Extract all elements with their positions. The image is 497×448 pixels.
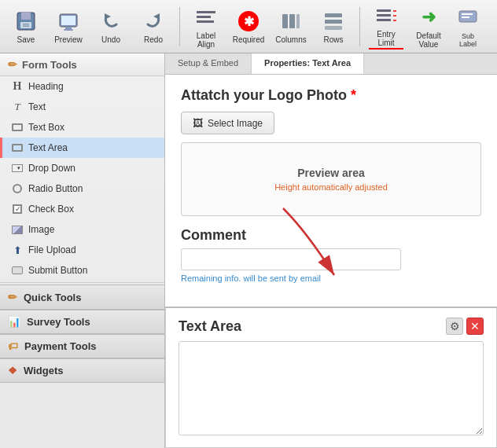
heading-icon: H bbox=[11, 80, 24, 93]
svg-rect-27 bbox=[462, 13, 473, 15]
preview-area-title: Preview area bbox=[197, 167, 465, 179]
columns-button[interactable]: Columns bbox=[271, 6, 311, 46]
label-align-icon bbox=[193, 5, 219, 30]
preview-button[interactable]: Preview bbox=[49, 6, 88, 46]
sidebar-heading-label: Heading bbox=[28, 81, 64, 92]
sidebar-upload-label: File Upload bbox=[28, 244, 76, 255]
comment-input[interactable] bbox=[181, 248, 401, 270]
sidebar-item-text[interactable]: T Text bbox=[0, 97, 164, 117]
svg-rect-14 bbox=[282, 14, 288, 28]
svg-marker-10 bbox=[153, 13, 160, 20]
sublabel-icon bbox=[455, 6, 480, 31]
undo-button[interactable]: Undo bbox=[91, 6, 131, 46]
text-area-input[interactable] bbox=[179, 341, 484, 435]
sidebar-item-drop-down[interactable]: ▾ Drop Down bbox=[0, 158, 164, 178]
dropdown-icon: ▾ bbox=[11, 162, 24, 174]
widgets-section[interactable]: ❖ Widgets bbox=[0, 358, 164, 383]
svg-rect-21 bbox=[377, 14, 391, 17]
sidebar-item-image[interactable]: Image bbox=[0, 219, 164, 240]
required-button[interactable]: ✱ Required bbox=[229, 6, 268, 46]
label-align-button[interactable]: Label Align bbox=[186, 2, 226, 51]
svg-rect-6 bbox=[61, 16, 75, 25]
close-icon: ✕ bbox=[470, 320, 480, 332]
panel-gear-button[interactable]: ⚙ bbox=[446, 318, 463, 335]
sublabel-button[interactable]: Sub Label bbox=[451, 3, 484, 50]
rows-button[interactable]: Rows bbox=[314, 6, 353, 46]
sidebar-submit-label: Submit Button bbox=[28, 265, 87, 276]
sidebar-radio-label: Radio Button bbox=[28, 183, 83, 194]
payment-tools-label: Payment Tools bbox=[24, 340, 97, 352]
save-label: Save bbox=[17, 35, 35, 44]
content-area: Setup & Embed Properties: Text Area Atta… bbox=[165, 53, 497, 448]
redo-button[interactable]: Redo bbox=[134, 6, 173, 46]
sidebar-item-check-box[interactable]: Check Box bbox=[0, 199, 164, 219]
svg-rect-22 bbox=[377, 19, 391, 21]
textbox-icon bbox=[11, 121, 24, 134]
sidebar-divider-1 bbox=[0, 282, 164, 283]
tab-properties-text-area[interactable]: Properties: Text Area bbox=[252, 53, 364, 74]
save-icon bbox=[13, 9, 39, 34]
sidebar-image-label: Image bbox=[28, 224, 54, 235]
select-image-icon: 🖼 bbox=[193, 117, 203, 129]
sidebar-textbox-label: Text Box bbox=[28, 122, 64, 133]
svg-rect-15 bbox=[289, 14, 295, 28]
floating-panel-actions: ⚙ ✕ bbox=[446, 318, 484, 335]
text-icon: T bbox=[11, 101, 24, 113]
svg-rect-4 bbox=[23, 26, 29, 28]
sidebar: ✏ Form Tools H Heading T Text Text Box bbox=[0, 53, 165, 448]
pencil-icon: ✏ bbox=[8, 58, 17, 71]
sidebar-item-heading[interactable]: H Heading bbox=[0, 76, 164, 97]
quick-tools-icon: ✏ bbox=[8, 291, 17, 303]
sidebar-dropdown-label: Drop Down bbox=[28, 163, 75, 174]
logo-field-label: Attatch your Logo Photo * bbox=[181, 87, 481, 104]
payment-tools-section[interactable]: 🏷 Payment Tools bbox=[0, 334, 164, 358]
form-content: Attatch your Logo Photo * 🖼 Select Image… bbox=[165, 75, 497, 448]
sidebar-item-radio-button[interactable]: Radio Button bbox=[0, 178, 164, 199]
form-tools-title: Form Tools bbox=[22, 59, 77, 71]
main-layout: ✏ Form Tools H Heading T Text Text Box bbox=[0, 53, 497, 448]
rows-icon bbox=[321, 9, 346, 34]
widgets-label: Widgets bbox=[24, 365, 63, 376]
sidebar-item-text-box[interactable]: Text Box bbox=[0, 117, 164, 138]
save-button[interactable]: Save bbox=[6, 6, 46, 46]
sidebar-checkbox-label: Check Box bbox=[28, 204, 74, 215]
default-value-icon: ➜ bbox=[416, 5, 441, 30]
svg-rect-2 bbox=[20, 22, 31, 28]
entry-limit-button[interactable]: Entry Limit bbox=[366, 1, 406, 52]
tab-properties-label: Properties: Text Area bbox=[264, 58, 351, 68]
sidebar-text-label: Text bbox=[28, 101, 46, 112]
preview-label: Preview bbox=[54, 35, 83, 44]
checkbox-icon bbox=[11, 203, 24, 215]
preview-icon bbox=[56, 9, 81, 34]
columns-label: Columns bbox=[275, 35, 306, 44]
survey-tools-section[interactable]: 📊 Survey Tools bbox=[0, 310, 164, 334]
default-value-button[interactable]: ➜ Default Value bbox=[409, 2, 448, 51]
logo-label-text: Attatch your Logo Photo bbox=[181, 87, 347, 103]
select-image-label: Select Image bbox=[208, 118, 263, 129]
svg-rect-12 bbox=[197, 16, 211, 18]
sidebar-item-file-upload[interactable]: ⬆ File Upload bbox=[0, 240, 164, 260]
tab-setup-embed[interactable]: Setup & Embed bbox=[165, 53, 252, 74]
sidebar-item-text-area[interactable]: Text Area bbox=[0, 138, 164, 158]
quick-tools-section[interactable]: ✏ Quick Tools bbox=[0, 285, 164, 310]
entry-limit-label: Entry Limit bbox=[369, 30, 403, 50]
floating-panel-title: Text Area bbox=[179, 318, 241, 335]
widgets-icon: ❖ bbox=[8, 365, 17, 376]
columns-icon bbox=[278, 9, 304, 34]
svg-rect-28 bbox=[462, 17, 469, 18]
svg-rect-11 bbox=[197, 11, 215, 13]
toolbar-divider-2 bbox=[359, 7, 360, 46]
preview-area-sub: Height automatically adjusted bbox=[197, 182, 465, 192]
sidebar-item-submit-button[interactable]: Submit Button bbox=[0, 260, 164, 281]
select-image-button[interactable]: 🖼 Select Image bbox=[181, 112, 274, 134]
svg-rect-16 bbox=[296, 14, 300, 28]
redo-icon bbox=[141, 9, 166, 34]
survey-tools-label: Survey Tools bbox=[27, 316, 90, 328]
svg-rect-19 bbox=[325, 26, 342, 30]
panel-close-button[interactable]: ✕ bbox=[466, 318, 484, 335]
svg-marker-9 bbox=[105, 13, 111, 20]
svg-rect-8 bbox=[64, 29, 73, 31]
preview-area: Preview area Height automatically adjust… bbox=[181, 142, 481, 216]
submit-icon bbox=[11, 264, 24, 277]
quick-tools-label: Quick Tools bbox=[24, 292, 81, 303]
